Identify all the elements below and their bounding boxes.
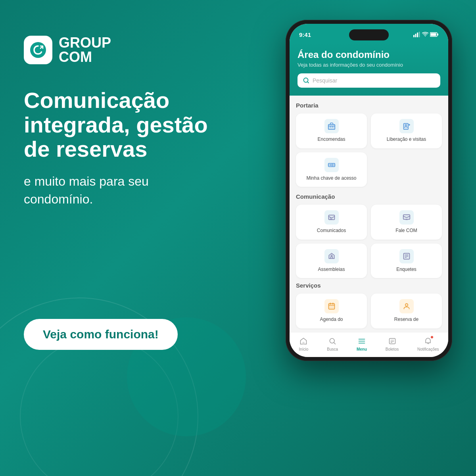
svg-rect-6 [438, 34, 439, 36]
comunicados-icon-box [324, 210, 339, 225]
card-enquetes[interactable]: Enquetes [371, 244, 442, 278]
card-assembleias[interactable]: Assembleias [296, 244, 367, 278]
busca-icon [328, 336, 337, 346]
svg-rect-2 [415, 34, 416, 37]
nav-inicio-label: Início [299, 347, 308, 351]
assembleias-label: Assembleias [318, 267, 345, 273]
card-encomendas[interactable]: Encomendas [296, 113, 367, 148]
svg-rect-23 [403, 215, 410, 220]
logo-com: COM [59, 50, 111, 64]
app-content: Portaria Encomendas [290, 96, 448, 339]
notificacoes-icon [423, 336, 433, 346]
svg-rect-9 [328, 125, 335, 130]
menu-icon [357, 336, 367, 346]
nav-busca-label: Busca [327, 347, 338, 351]
nav-busca[interactable]: Busca [327, 336, 338, 351]
dynamic-island [349, 29, 389, 40]
card-chave[interactable]: Minha chave de acesso [296, 152, 367, 187]
app-title: Área do condomínio [298, 49, 440, 60]
comunicados-label: Comunicados [317, 228, 346, 234]
svg-rect-4 [419, 32, 420, 37]
svg-rect-3 [417, 33, 418, 37]
section-servicos-title: Serviços [296, 282, 442, 289]
boletos-icon [388, 336, 397, 346]
svg-rect-1 [413, 35, 415, 37]
chave-icon-box [324, 158, 339, 172]
chave-label: Minha chave de acesso [306, 175, 356, 182]
bottom-nav: Início Busca [290, 332, 448, 357]
encomendas-icon-box [324, 119, 339, 133]
svg-rect-29 [328, 304, 334, 309]
comunicacao-grid: Comunicados Fale COM [296, 205, 442, 240]
nav-boletos-label: Boletos [386, 347, 399, 351]
assembleias-icon-box [324, 249, 339, 263]
enquetes-icon-box [399, 249, 414, 263]
logo-icon [24, 36, 52, 64]
nav-notificacoes[interactable]: Notificações [417, 336, 439, 351]
svg-point-0 [30, 42, 46, 58]
phone-mockup: 9:41 [286, 20, 452, 456]
portaria-grid: Encomendas Liberação e vi [296, 113, 442, 148]
fale-label: Fale COM [395, 228, 417, 234]
nav-notificacoes-label: Notificações [417, 347, 439, 351]
enquetes-label: Enquetes [396, 267, 416, 273]
inicio-icon [299, 336, 308, 346]
svg-point-33 [405, 304, 408, 307]
liberacao-label: Liberação e visitas [387, 136, 426, 143]
logo-group: GROUP [59, 36, 111, 50]
card-fale[interactable]: Fale COM [371, 205, 442, 240]
card-reserva[interactable]: Reserva de [371, 294, 442, 328]
comunicacao-grid-2: Assembleias Enquetes [296, 244, 442, 278]
cta-button[interactable]: Veja como funciona! [24, 319, 178, 350]
phone-inner: 9:41 [290, 24, 448, 357]
nav-menu-label: Menu [357, 347, 367, 351]
card-agenda[interactable]: Agenda do [296, 294, 367, 328]
svg-rect-39 [389, 338, 395, 344]
section-comunicacao-title: Comunicação [296, 193, 442, 200]
search-placeholder: Pesquisar [313, 77, 337, 84]
reserva-label: Reserva de [394, 317, 418, 323]
svg-rect-34 [303, 342, 305, 344]
headline: Comunicação integrada, gestão de reserva… [24, 88, 214, 161]
search-bar[interactable]: Pesquisar [298, 73, 440, 88]
logo-text: GROUP COM [59, 36, 111, 64]
fale-icon-box [399, 210, 414, 225]
card-liberacao[interactable]: Liberação e visitas [371, 113, 442, 148]
liberacao-icon-box [399, 119, 414, 133]
status-time: 9:41 [299, 31, 311, 38]
phone-outer: 9:41 [286, 20, 452, 361]
app-header: Área do condomínio Veja todas as informa… [290, 43, 448, 96]
encomendas-label: Encomendas [317, 136, 345, 143]
app-subtitle: Veja todas as informações do seu condomí… [298, 62, 440, 68]
agenda-label: Agenda do [320, 317, 343, 323]
nav-inicio[interactable]: Início [299, 336, 308, 351]
reserva-icon-box [399, 299, 414, 313]
section-portaria-title: Portaria [296, 102, 442, 109]
left-panel: GROUP COM Comunicação integrada, gestão … [24, 0, 214, 476]
card-comunicados[interactable]: Comunicados [296, 205, 367, 240]
agenda-icon-box [324, 299, 339, 313]
logo-area: GROUP COM [24, 36, 214, 64]
svg-rect-16 [330, 164, 331, 166]
subheadline: e muito mais para seu condomínio. [24, 173, 214, 208]
nav-menu[interactable]: Menu [357, 336, 367, 351]
servicos-grid: Agenda do Reserva de [296, 294, 442, 328]
svg-rect-7 [431, 33, 436, 36]
nav-boletos[interactable]: Boletos [386, 336, 399, 351]
